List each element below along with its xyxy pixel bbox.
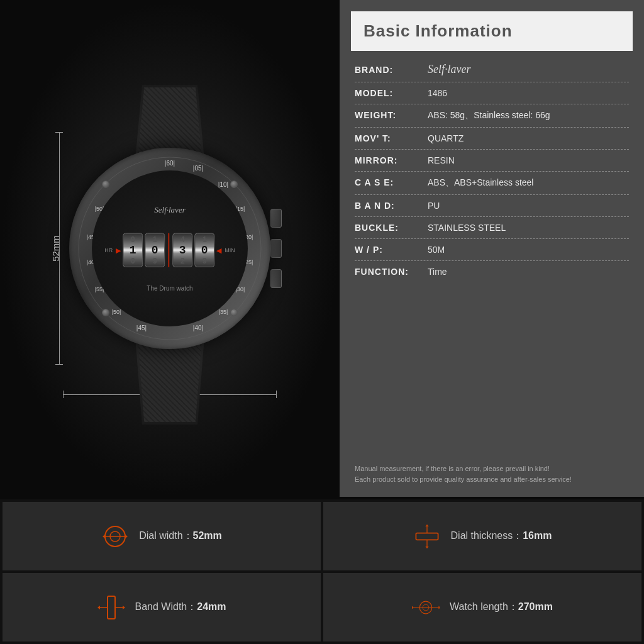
info-row-brand: BRAND: Self·laver [355,57,629,82]
drum-wheel-3: 4 3 2 [172,233,192,267]
spec-text-watch-length: Watch length：270mm [450,601,553,614]
watch-svg: |60| |05| |10| |15| |20| |25| |30| |35| … [57,97,283,399]
min-label: MIN [225,247,235,253]
info-val-case: ABS、ABS+Stainless steel [428,177,533,189]
info-body: BRAND: Self·laver MODEL: 1486 WEIGHT: AB… [340,51,644,456]
info-val-wp: 50M [428,245,445,255]
drum-wheel-1: 9 1 0 [123,233,143,267]
spec-cell-dial-width: Dial width：52mm [3,502,321,570]
info-val-model: 1486 [428,88,447,98]
svg-text:|10|: |10| [218,181,228,188]
svg-rect-26 [108,596,115,619]
svg-marker-20 [125,535,128,538]
min-arrow: ◀ [216,246,221,254]
dial-thickness-icon [413,523,441,550]
watch-length-icon [412,594,440,621]
info-header: Basic Information [351,11,633,51]
dial-width-icon [101,523,129,550]
info-title: Basic Information [364,21,513,40]
svg-marker-34 [412,606,413,609]
info-key-brand: BRAND: [355,65,424,75]
info-row-model: MODEL: 1486 [355,82,629,104]
spec-text-dial-thickness: Dial thickness：16mm [451,530,552,543]
info-key-band: B A N D: [355,201,424,211]
svg-text:|50|: |50| [112,309,121,315]
right-panel: Basic Information BRAND: Self·laver MODE… [340,0,644,497]
info-row-buckle: BUCKLE: STAINLESS STEEL [355,217,629,239]
svg-marker-30 [123,606,125,609]
info-val-weight: ABS: 58g、Stainless steel: 66g [428,110,550,121]
svg-marker-25 [425,546,428,548]
drum-display: HR ▶ 9 1 0 1 0 9 [104,233,235,267]
svg-marker-24 [425,524,428,526]
info-key-wp: W / P: [355,245,424,255]
info-val-buckle: STAINLESS STEEL [428,223,506,233]
spec-cell-band-width: Band Width：24mm [3,573,321,641]
screw-tl [102,180,109,188]
footer-line1: Manual measurement, if there is an error… [355,464,629,475]
svg-marker-19 [103,535,105,538]
info-key-model: MODEL: [355,88,424,98]
svg-text:|40|: |40| [193,325,203,331]
drum-wheel-2: 1 0 9 [145,233,165,267]
svg-marker-29 [97,606,100,609]
spec-cell-dial-thickness: Dial thickness：16mm [323,502,641,570]
info-key-case: C A S E: [355,177,424,187]
watch-body: |60| |05| |10| |15| |20| |25| |30| |35| … [69,148,270,349]
info-key-weight: WEIGHT: [355,110,424,120]
info-val-mirror: RESIN [428,155,455,165]
main-layout: 52mm 52mm [0,0,644,497]
screw-tr [230,180,238,188]
watch-container: 52mm 52mm [38,66,302,431]
info-val-movt: QUARTZ [428,133,464,143]
screw-br [230,309,238,316]
spec-text-dial-width: Dial width：52mm [139,530,222,543]
info-row-band: B A N D: PU [355,195,629,217]
side-btn-2 [270,239,282,258]
svg-text:|35|: |35| [219,309,228,315]
info-key-function: FUNCTION: [355,267,424,277]
hr-arrow: ▶ [116,246,121,254]
bottom-spec-bar: Dial width：52mm Dial thickness：16mm [0,499,644,644]
strap-bottom [135,336,204,425]
info-footer: Manual measurement, if there is an error… [340,456,644,497]
band-width-icon [97,594,125,621]
watch-brand: Self·laver [154,205,185,215]
svg-text:|05|: |05| [193,165,203,172]
bezel-outer: |60| |05| |10| |15| |20| |25| |30| |35| … [69,148,270,349]
screw-bl [102,309,109,316]
info-key-mirror: MIRROR: [355,155,424,165]
info-row-mirror: MIRROR: RESIN [355,150,629,172]
spec-cell-watch-length: Watch length：270mm [323,573,641,641]
info-key-buckle: BUCKLE: [355,223,424,233]
info-row-case: C A S E: ABS、ABS+Stainless steel [355,172,629,195]
info-row-wp: W / P: 50M [355,239,629,261]
info-key-movt: MOV' T: [355,133,424,143]
svg-text:|45|: |45| [136,325,147,331]
drum-subtitle: The Drum watch [147,285,192,292]
side-btn-3 [270,269,282,288]
drum-wheel-4: 1 0 9 [194,233,214,267]
hr-label: HR [104,247,113,253]
info-row-weight: WEIGHT: ABS: 58g、Stainless steel: 66g [355,104,629,128]
watch-face: Self·laver HR ▶ 9 1 0 [92,170,248,326]
side-buttons [270,209,282,288]
info-val-function: Time [428,267,447,277]
drum-separator [168,233,169,267]
spec-text-band-width: Band Width：24mm [135,601,226,614]
svg-marker-35 [438,606,440,609]
info-val-band: PU [428,201,440,211]
info-val-brand: Self·laver [428,63,470,76]
info-row-movt: MOV' T: QUARTZ [355,128,629,150]
svg-rect-21 [416,533,438,540]
info-row-function: FUNCTION: Time [355,261,629,282]
side-btn-1 [270,209,282,228]
svg-text:|60|: |60| [165,160,175,167]
left-panel: 52mm 52mm [0,0,340,497]
footer-line2: Each product sold to provide quality ass… [355,474,629,486]
